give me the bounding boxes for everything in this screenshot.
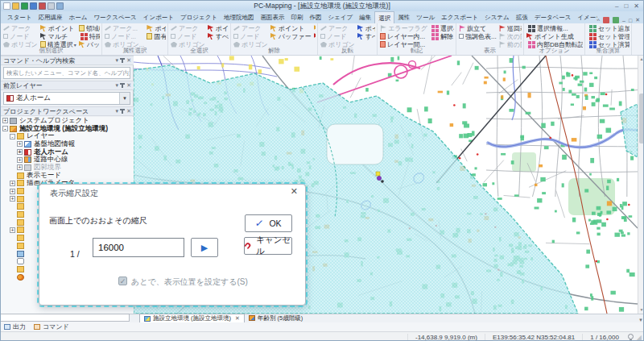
ribbon-tab-画面表示[interactable]: 画面表示: [258, 11, 288, 23]
open-folder-icon[interactable]: [12, 2, 19, 10]
close-panel-icon[interactable]: ✕: [126, 57, 131, 64]
new-file-icon[interactable]: [3, 2, 10, 10]
mdi-close-icon[interactable]: ✕: [635, 17, 640, 23]
ribbon-btn-ポイント...[interactable]: ポイント...: [147, 24, 166, 32]
collapse-ribbon-icon[interactable]: ^: [597, 18, 600, 23]
ribbon-btn-ポイント[interactable]: ポイント: [40, 24, 76, 32]
ribbon-btn-セット管理[interactable]: セット管理: [588, 32, 630, 40]
maximize-icon[interactable]: □: [624, 2, 628, 11]
output-tab-出力[interactable]: 出力: [4, 322, 26, 331]
expand-icon[interactable]: +: [10, 227, 15, 233]
ribbon-tab-編集[interactable]: 編集: [356, 11, 374, 23]
expand-icon[interactable]: +: [17, 149, 23, 155]
ribbon-tab-印刷[interactable]: 印刷: [288, 11, 307, 23]
settings-icon[interactable]: [56, 2, 64, 10]
tree-item-道路中心線[interactable]: +道路中心線: [1, 156, 134, 164]
ribbon-btn-ポイント[interactable]: ポイント: [270, 24, 312, 32]
ribbon-tab-エクスポート[interactable]: エクスポート: [438, 11, 481, 23]
tree-item-施設立地環境 (施設立地環境)[interactable]: -施設立地環境 (施設立地環境): [1, 125, 134, 133]
ribbon-btn-バッファー[interactable]: バッファー: [270, 32, 312, 40]
close-icon[interactable]: ✕: [634, 2, 639, 11]
import-download-icon[interactable]: [30, 2, 37, 10]
ribbon-tab-データベース[interactable]: データベース: [531, 11, 575, 23]
ribbon-btn-特殊選択[interactable]: 特殊選択: [79, 32, 100, 40]
mdi-minimize-icon[interactable]: –: [622, 18, 625, 23]
ribbon-btn-すべて選択[interactable]: すべて選択: [208, 32, 229, 40]
foreground-layer-select[interactable]: 老人ホーム ▼: [3, 92, 130, 105]
ribbon-tab-地理院地図[interactable]: 地理院地図: [221, 11, 258, 23]
chevron-down-icon[interactable]: ▾: [116, 82, 119, 89]
help-icon[interactable]: [603, 17, 609, 23]
expand-icon[interactable]: +: [17, 141, 23, 147]
ribbon-btn-すべて[interactable]: すべて: [314, 24, 316, 32]
lightbulb-icon[interactable]: [628, 334, 634, 339]
combo-dropdown-icon[interactable]: ▼: [119, 93, 130, 104]
collapse-icon[interactable]: -: [10, 134, 15, 139]
chevron-down-icon[interactable]: ▾: [116, 57, 119, 64]
expand-icon[interactable]: +: [17, 157, 23, 163]
output-panel[interactable]: [1, 314, 130, 322]
mdi-restore-icon[interactable]: □: [629, 18, 632, 23]
scrollbar-thumb[interactable]: [639, 94, 644, 143]
scroll-down-icon[interactable]: ▼: [638, 318, 643, 322]
style-icon[interactable]: [613, 17, 619, 23]
view-tool-icon[interactable]: [39, 2, 46, 10]
tree-item-システムプロジェクト[interactable]: +システムプロジェクト: [1, 117, 134, 125]
ribbon-btn-固有属性...[interactable]: 固有属性...: [147, 32, 166, 40]
ribbon-btn-強調色表...[interactable]: 強調色表...: [459, 32, 497, 40]
ribbon-btn-選択ベクター[interactable]: 選択ベクター▾: [430, 24, 454, 32]
expand-icon[interactable]: +: [17, 164, 23, 170]
ribbon-btn-セット追加[interactable]: セット追加▾: [588, 24, 630, 32]
ribbon-btn-解除[interactable]: 解除: [430, 32, 454, 40]
pin-icon[interactable]: [122, 109, 123, 114]
scroll-up-icon[interactable]: ▲: [640, 56, 644, 63]
ribbon-btn-レイヤー内...[interactable]: レイヤー内...: [380, 32, 427, 40]
scroll-down-icon[interactable]: ▼: [640, 306, 644, 314]
pin-icon[interactable]: [122, 83, 123, 88]
ribbon-tab-属性[interactable]: 属性: [394, 11, 413, 23]
expand-icon[interactable]: +: [10, 181, 15, 186]
tree-item-表示モード[interactable]: +表示モード: [1, 172, 134, 180]
tree-item-基盤地図情報[interactable]: +基盤地図情報: [1, 140, 134, 148]
command-search-input[interactable]: 検索したいメニュー、コマンド名、ヘルプ内文字列: [3, 67, 130, 79]
ribbon-tab-シェイプ[interactable]: シェイプ: [325, 11, 357, 23]
copy-icon[interactable]: [47, 2, 55, 10]
ribbon-btn-マルチ[interactable]: マルチ: [40, 32, 76, 40]
ok-button[interactable]: ✓ OK: [245, 214, 292, 232]
resize-grip[interactable]: ◢: [637, 334, 642, 341]
doc-tab-close-icon[interactable]: ✕: [235, 315, 240, 322]
map-vertical-scrollbar[interactable]: ▲ ▼: [638, 56, 644, 314]
close-panel-icon[interactable]: ✕: [126, 108, 131, 114]
ribbon-tab-拡張[interactable]: 拡張: [513, 11, 531, 23]
ribbon-tab-スタート[interactable]: スタート: [4, 11, 35, 23]
ribbon-btn-巡回表示[interactable]: 巡回表示: [499, 24, 522, 32]
search-panel-header[interactable]: コマンド・ヘルプ内検索 ▾✕: [1, 56, 134, 65]
set-position-checkbox[interactable]: ✓: [118, 277, 127, 285]
pin-icon[interactable]: [122, 58, 123, 63]
ribbon-tab-システム[interactable]: システム: [481, 11, 513, 23]
ribbon-tab-インポート[interactable]: インポート: [140, 11, 177, 23]
ribbon-btn-ポイント[interactable]: ポイント: [208, 24, 229, 32]
ribbon-tab-ワークスペース[interactable]: ワークスペース: [90, 11, 139, 23]
ribbon-btn-ポイント[interactable]: ポイント: [357, 24, 375, 32]
ribbon-tab-応用講座[interactable]: 応用講座: [35, 11, 66, 23]
expand-icon[interactable]: +: [2, 118, 8, 123]
apply-scale-button[interactable]: ▶: [191, 238, 218, 257]
tree-item-図郭境界[interactable]: +図郭境界: [1, 164, 134, 172]
ribbon-tab-ホーム[interactable]: ホーム: [66, 11, 91, 23]
excel-export-icon[interactable]: [21, 2, 28, 10]
close-panel-icon[interactable]: ✕: [126, 82, 131, 89]
minimize-icon[interactable]: –: [615, 2, 618, 11]
ribbon-btn-すべて[interactable]: すべて: [357, 32, 375, 40]
ribbon-btn-旗立て[interactable]: 旗立て: [459, 24, 497, 32]
layer-panel-header[interactable]: 前景レイヤー ▾✕: [1, 81, 134, 90]
ribbon-btn-全レイヤー[interactable]: 全レイヤー: [314, 32, 316, 40]
expand-icon[interactable]: +: [10, 189, 15, 194]
tree-item-レイヤー[interactable]: -レイヤー: [1, 132, 134, 140]
ribbon-tab-プロジェクト[interactable]: プロジェクト: [177, 11, 221, 23]
scale-setting-dialog[interactable]: 表示縮尺設定 ✕ 画面上でのおおよその縮尺 ✓ OK キャンセル 1 / ▶ ✓…: [39, 184, 306, 306]
chevron-down-icon[interactable]: ▾: [116, 108, 119, 114]
output-tab-コマンド[interactable]: コマンド: [34, 322, 69, 331]
ribbon-btn-ポイント生成[interactable]: ポイント生成: [526, 32, 583, 40]
cancel-button[interactable]: キャンセル: [244, 237, 292, 255]
